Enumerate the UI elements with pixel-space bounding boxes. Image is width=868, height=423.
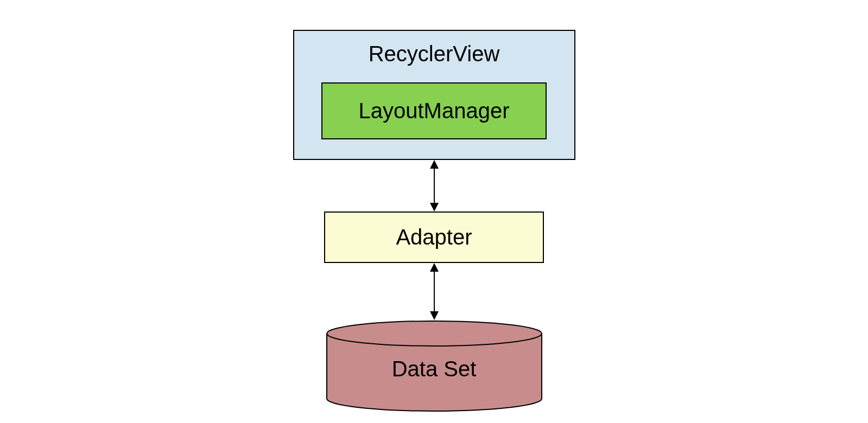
layout-manager-box: LayoutManager xyxy=(321,82,547,139)
data-set-label: Data Set xyxy=(392,357,477,381)
adapter-label: Adapter xyxy=(396,225,472,249)
arrow-adapter-to-dataset xyxy=(293,263,575,320)
recycler-view-box: RecyclerView LayoutManager xyxy=(293,30,575,160)
svg-marker-2 xyxy=(430,203,439,211)
architecture-diagram: RecyclerView LayoutManager Adapter Data … xyxy=(293,30,575,412)
svg-marker-4 xyxy=(430,263,439,272)
data-set-cylinder: Data Set xyxy=(293,320,575,412)
svg-marker-5 xyxy=(430,311,439,320)
layout-manager-label: LayoutManager xyxy=(359,99,510,123)
svg-point-10 xyxy=(327,321,542,346)
arrow-recycler-to-adapter xyxy=(293,160,575,211)
recycler-view-label: RecyclerView xyxy=(369,42,500,66)
svg-marker-1 xyxy=(430,160,439,169)
adapter-box: Adapter xyxy=(324,211,544,263)
